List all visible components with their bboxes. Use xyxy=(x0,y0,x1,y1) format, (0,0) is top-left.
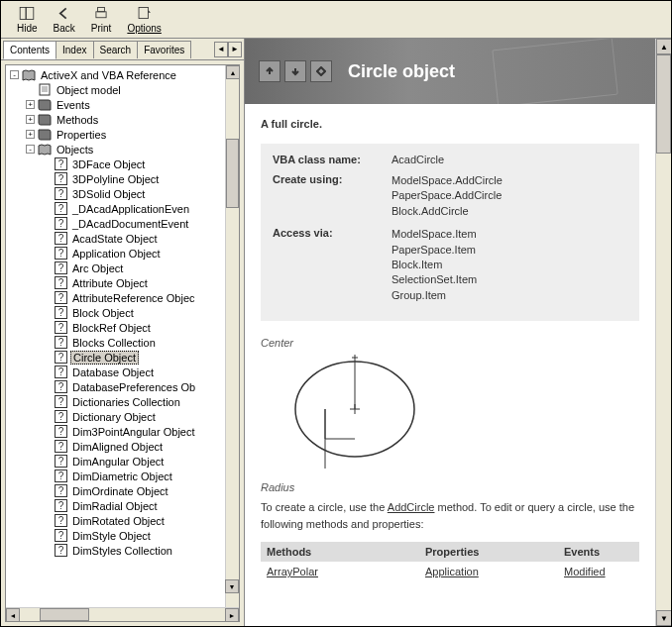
tree-item[interactable]: ?DimRotated Object xyxy=(6,513,225,528)
tree-item[interactable]: +Properties xyxy=(6,127,225,142)
banner-down-button[interactable] xyxy=(284,60,306,82)
scroll-track[interactable] xyxy=(226,79,239,593)
tree-item[interactable]: ?DimAngular Object xyxy=(6,454,225,469)
content-scroll-up-button[interactable]: ▲ xyxy=(656,39,671,54)
tree-item[interactable]: ?Circle Object xyxy=(6,350,225,365)
tree-item-label[interactable]: Arc Object xyxy=(70,262,125,274)
tree-item-label[interactable]: Circle Object xyxy=(70,351,139,365)
tree-item-label[interactable]: Dictionaries Collection xyxy=(70,396,182,408)
tree-item-label[interactable]: DimRotated Object xyxy=(70,515,167,527)
tree-item[interactable]: +Methods xyxy=(6,112,225,127)
tree-item-label[interactable]: Methods xyxy=(55,114,100,126)
tree-item[interactable]: ?3DSolid Object xyxy=(6,186,225,201)
hscroll-thumb[interactable] xyxy=(40,608,89,621)
tree-item[interactable]: -ActiveX and VBA Reference xyxy=(6,67,225,82)
tree-item-label[interactable]: DatabasePreferences Ob xyxy=(70,381,197,393)
tab-scroll-right[interactable]: ► xyxy=(228,42,242,57)
tree-item-label[interactable]: DimDiametric Object xyxy=(70,470,174,482)
tree-item-label[interactable]: ActiveX and VBA Reference xyxy=(39,69,178,81)
banner-diamond-button[interactable] xyxy=(310,60,332,82)
tree-item-label[interactable]: Events xyxy=(55,99,92,111)
tree-item[interactable]: ?Attribute Object xyxy=(6,275,225,290)
hscroll-left-button[interactable]: ◄ xyxy=(6,608,20,622)
collapse-icon[interactable]: - xyxy=(26,145,35,154)
tree-item[interactable]: ?Database Object xyxy=(6,365,225,379)
options-button[interactable]: Options xyxy=(119,3,168,36)
tree-item-label[interactable]: AttributeReference Objec xyxy=(70,292,197,304)
hide-button[interactable]: Hide xyxy=(9,3,46,36)
tree-item-label[interactable]: _DAcadApplicationEven xyxy=(70,203,191,215)
tree-item[interactable]: ?BlockRef Object xyxy=(6,320,225,335)
print-button[interactable]: Print xyxy=(83,3,120,36)
tree-item[interactable]: ?DimAligned Object xyxy=(6,439,225,454)
tab-scroll-left[interactable]: ◄ xyxy=(214,42,228,57)
expand-icon[interactable]: + xyxy=(26,100,35,109)
tree-item-label[interactable]: Properties xyxy=(55,129,108,141)
content-vertical-scrollbar[interactable]: ▲ ▼ xyxy=(655,39,671,626)
tree-item[interactable]: ?AttributeReference Objec xyxy=(6,290,225,305)
tree-item-label[interactable]: Attribute Object xyxy=(70,277,150,289)
back-button[interactable]: Back xyxy=(46,3,83,36)
tree-item[interactable]: ?Application Object xyxy=(6,246,225,261)
tree-item[interactable]: ?DimDiametric Object xyxy=(6,469,225,483)
tree-item-label[interactable]: Dictionary Object xyxy=(70,411,158,423)
tree-item[interactable]: -Objects xyxy=(6,142,225,157)
addcircle-link[interactable]: AddCircle xyxy=(388,501,435,513)
tree-item-label[interactable]: 3DFace Object xyxy=(70,158,147,170)
tree-item-label[interactable]: DimStyle Object xyxy=(70,530,153,542)
tree-item[interactable]: ?DimStyle Object xyxy=(6,528,225,543)
tree-item-label[interactable]: DimAngular Object xyxy=(70,456,166,468)
tree-item[interactable]: ?DatabasePreferences Ob xyxy=(6,379,225,394)
tree-item-label[interactable]: BlockRef Object xyxy=(70,322,153,334)
expand-icon[interactable]: + xyxy=(26,115,35,124)
tree-item-label[interactable]: Block Object xyxy=(70,307,136,319)
banner-up-button[interactable] xyxy=(259,60,280,82)
tree-horizontal-scrollbar[interactable]: ◄ ► xyxy=(6,607,239,621)
property-link[interactable]: Application xyxy=(425,566,479,577)
tab-index[interactable]: Index xyxy=(56,41,93,58)
tree-item[interactable]: ?Blocks Collection xyxy=(6,335,225,350)
tree-item[interactable]: ?Dictionaries Collection xyxy=(6,394,225,409)
tree-item-label[interactable]: DimStyles Collection xyxy=(70,545,174,557)
tree-item[interactable]: ?Dim3PointAngular Object xyxy=(6,424,225,439)
tree-item-label[interactable]: _DAcadDocumentEvent xyxy=(70,218,190,230)
tree-item[interactable]: ?Dictionary Object xyxy=(6,409,225,424)
tree-item-label[interactable]: 3DPolyline Object xyxy=(70,173,161,185)
tree-item-label[interactable]: 3DSolid Object xyxy=(70,188,147,200)
tree-item[interactable]: ?3DPolyline Object xyxy=(6,171,225,186)
tree-item[interactable]: Object model xyxy=(6,82,225,97)
event-link[interactable]: Modified xyxy=(564,566,606,577)
tree-item[interactable]: ?Arc Object xyxy=(6,261,225,275)
tree-item[interactable]: ?AcadState Object xyxy=(6,231,225,246)
scroll-thumb[interactable] xyxy=(226,139,239,208)
tree-item[interactable]: ?DimOrdinate Object xyxy=(6,483,225,498)
tree-item[interactable]: ?_DAcadDocumentEvent xyxy=(6,216,225,231)
tree-item-label[interactable]: Dim3PointAngular Object xyxy=(70,426,197,438)
hscroll-track[interactable] xyxy=(20,608,225,621)
tree-item-label[interactable]: Application Object xyxy=(70,248,163,260)
tree-item-label[interactable]: Object model xyxy=(55,84,123,96)
tree-item[interactable]: ?3DFace Object xyxy=(6,157,225,171)
tree-item-label[interactable]: Database Object xyxy=(70,366,156,378)
hscroll-right-button[interactable]: ► xyxy=(225,608,239,622)
tree-item[interactable]: +Events xyxy=(6,97,225,112)
scroll-down-button[interactable]: ▼ xyxy=(225,579,239,593)
tree-item[interactable]: ?DimRadial Object xyxy=(6,498,225,513)
expand-icon[interactable]: + xyxy=(26,130,35,139)
tree-item[interactable]: ?_DAcadApplicationEven xyxy=(6,201,225,216)
tab-search[interactable]: Search xyxy=(93,41,139,58)
tree-item[interactable]: ?Block Object xyxy=(6,305,225,320)
tree-item[interactable]: ?DimStyles Collection xyxy=(6,543,225,558)
tree-item-label[interactable]: AcadState Object xyxy=(70,233,160,245)
content-scroll-down-button[interactable]: ▼ xyxy=(656,610,671,626)
content-scroll-track[interactable] xyxy=(656,54,671,610)
tree-item-label[interactable]: DimRadial Object xyxy=(70,500,160,512)
tree-vertical-scrollbar[interactable]: ▲ ▼ xyxy=(225,65,239,607)
tab-contents[interactable]: Contents xyxy=(3,41,56,59)
tree-item-label[interactable]: DimAligned Object xyxy=(70,441,165,453)
scroll-up-button[interactable]: ▲ xyxy=(226,65,240,79)
method-link[interactable]: ArrayPolar xyxy=(267,566,318,577)
contents-tree[interactable]: -ActiveX and VBA ReferenceObject model+E… xyxy=(6,65,225,607)
tree-item-label[interactable]: DimOrdinate Object xyxy=(70,485,170,497)
content-scroll-thumb[interactable] xyxy=(656,54,671,154)
